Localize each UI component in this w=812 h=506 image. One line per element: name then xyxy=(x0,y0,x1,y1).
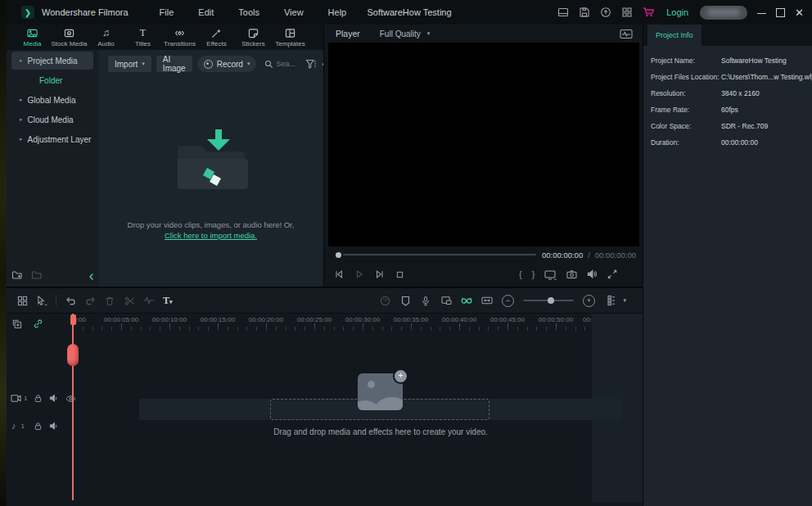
playhead-line[interactable] xyxy=(72,314,74,500)
pip-icon[interactable] xyxy=(440,296,452,305)
sidebar-item-adjustment-layer[interactable]: ▸ Adjustment Layer xyxy=(11,130,93,148)
export-button[interactable] xyxy=(700,6,747,20)
scrubber-handle[interactable] xyxy=(336,252,341,258)
cloud-upload-icon[interactable] xyxy=(600,7,611,18)
hide-track-icon[interactable] xyxy=(65,395,76,403)
fullscreen-icon[interactable] xyxy=(607,269,617,279)
audio-icon: ♫ xyxy=(102,28,110,38)
close-button[interactable]: ✕ xyxy=(795,7,804,18)
tab-transitions[interactable]: Transitions xyxy=(161,25,198,50)
sidebar-item-project-media[interactable]: ▸ Project Media xyxy=(11,52,93,70)
add-media-plus-icon[interactable]: + xyxy=(393,368,408,384)
speed-icon[interactable] xyxy=(379,296,390,306)
lock-track-icon[interactable] xyxy=(34,422,43,431)
sidebar-item-cloud-media[interactable]: ▸ Cloud Media xyxy=(11,111,93,129)
save-icon[interactable] xyxy=(579,7,590,18)
tab-titles[interactable]: T Titles xyxy=(124,25,161,50)
tab-stickers[interactable]: Stickers xyxy=(235,25,272,50)
mark-in-icon[interactable]: { xyxy=(519,269,522,279)
maximize-button[interactable] xyxy=(776,8,785,17)
split-icon[interactable] xyxy=(124,296,135,306)
record-icon xyxy=(204,60,213,69)
text-tool-icon[interactable]: T▾ xyxy=(163,295,173,307)
caret-icon: ▸ xyxy=(20,136,23,142)
volume-icon[interactable] xyxy=(587,269,598,279)
search-input[interactable] xyxy=(276,60,300,68)
tab-project-info[interactable]: Project Info xyxy=(647,25,701,46)
tab-audio[interactable]: ♫ Audio xyxy=(88,25,124,50)
delete-icon[interactable] xyxy=(104,296,115,306)
undo-icon[interactable] xyxy=(65,296,76,306)
zoom-slider-handle[interactable] xyxy=(548,297,554,304)
login-button[interactable]: Login xyxy=(666,7,688,17)
chevron-down-icon: ▾ xyxy=(142,61,145,67)
grid-apps-icon[interactable] xyxy=(621,7,633,18)
lock-track-icon[interactable] xyxy=(34,394,43,403)
fit-timeline-icon[interactable] xyxy=(481,296,493,305)
layout-icon[interactable] xyxy=(557,7,569,18)
playhead-grip[interactable] xyxy=(67,344,79,366)
scopes-icon[interactable] xyxy=(620,29,633,39)
stop-icon[interactable] xyxy=(395,270,404,279)
timeline-toolbar: T▾ − + ▾ xyxy=(7,287,643,313)
detach-audio-icon[interactable] xyxy=(143,296,155,305)
video-preview[interactable] xyxy=(328,43,639,246)
add-folder-icon[interactable] xyxy=(11,269,23,280)
desktop-edge xyxy=(0,0,7,506)
toolbar-divider xyxy=(56,295,56,306)
tab-templates[interactable]: Templates xyxy=(272,25,309,50)
next-frame-icon[interactable] xyxy=(375,269,385,279)
filmora-logo-icon: ❯ xyxy=(21,6,34,19)
display-device-icon[interactable] xyxy=(544,269,557,280)
marker-icon[interactable] xyxy=(399,296,411,306)
menu-tools[interactable]: Tools xyxy=(238,7,259,17)
tab-stock-media[interactable]: Stock Media xyxy=(51,25,88,50)
tab-effects[interactable]: Effects xyxy=(198,25,235,50)
manage-tracks-icon[interactable] xyxy=(606,295,617,306)
play-icon[interactable] xyxy=(354,269,364,279)
mute-track-icon[interactable] xyxy=(49,394,59,403)
mark-out-icon[interactable]: } xyxy=(532,269,535,279)
sidebar-item-folder[interactable]: Folder xyxy=(11,71,93,89)
delete-folder-icon[interactable] xyxy=(31,269,43,280)
sidebar-item-global-media[interactable]: ▸ Global Media xyxy=(11,91,93,109)
import-media-link[interactable]: Click here to import media. xyxy=(98,231,323,240)
zoom-out-icon[interactable]: − xyxy=(502,295,514,307)
info-row-files-location: Project Files Location: C:\Users\Thom...… xyxy=(651,69,812,85)
mute-track-icon[interactable] xyxy=(49,422,59,431)
menu-view[interactable]: View xyxy=(284,7,304,17)
search-box[interactable] xyxy=(264,60,300,69)
menu-edit[interactable]: Edit xyxy=(198,7,214,17)
media-icon xyxy=(27,28,38,38)
blurred-label xyxy=(707,9,740,16)
media-drop-zone[interactable]: Drop your video clips, images, or audio … xyxy=(98,128,323,240)
auto-ripple-link-icon[interactable] xyxy=(33,319,43,329)
menu-file[interactable]: File xyxy=(160,7,174,17)
minimize-button[interactable] xyxy=(757,8,766,17)
collapse-sidebar-icon[interactable] xyxy=(88,273,95,281)
chevron-down-icon: ▾ xyxy=(247,61,250,67)
record-button[interactable]: Record ▾ xyxy=(197,56,257,72)
mask-icon[interactable] xyxy=(461,296,472,305)
ai-image-button[interactable]: AI Image xyxy=(156,56,192,72)
import-button[interactable]: Import ▾ xyxy=(108,56,151,72)
timeline-zoom-slider[interactable] xyxy=(523,300,574,301)
cart-icon[interactable] xyxy=(643,7,655,18)
filter-icon[interactable] xyxy=(305,59,317,70)
voiceover-icon[interactable] xyxy=(420,296,431,306)
previous-frame-icon[interactable] xyxy=(334,269,344,279)
scrubber-track[interactable] xyxy=(343,254,536,255)
caret-icon: ▸ xyxy=(20,116,23,123)
copy-icon[interactable] xyxy=(11,319,22,329)
tab-media[interactable]: Media xyxy=(14,25,51,50)
redo-icon[interactable] xyxy=(84,296,96,306)
snapshot-icon[interactable] xyxy=(566,269,577,279)
select-tool-icon[interactable] xyxy=(36,296,47,306)
menu-help[interactable]: Help xyxy=(328,7,347,17)
playhead-top-marker[interactable] xyxy=(70,314,76,325)
media-browser-icon[interactable] xyxy=(16,296,28,306)
timeline-ruler[interactable]: 00:00 00:00:05:00 00:00:10:00 00:00:15:0… xyxy=(73,314,592,332)
chevron-down-icon[interactable]: ▾ xyxy=(623,297,626,304)
quality-selector[interactable]: Full Quality ▾ xyxy=(380,29,431,38)
zoom-in-icon[interactable]: + xyxy=(583,295,595,307)
